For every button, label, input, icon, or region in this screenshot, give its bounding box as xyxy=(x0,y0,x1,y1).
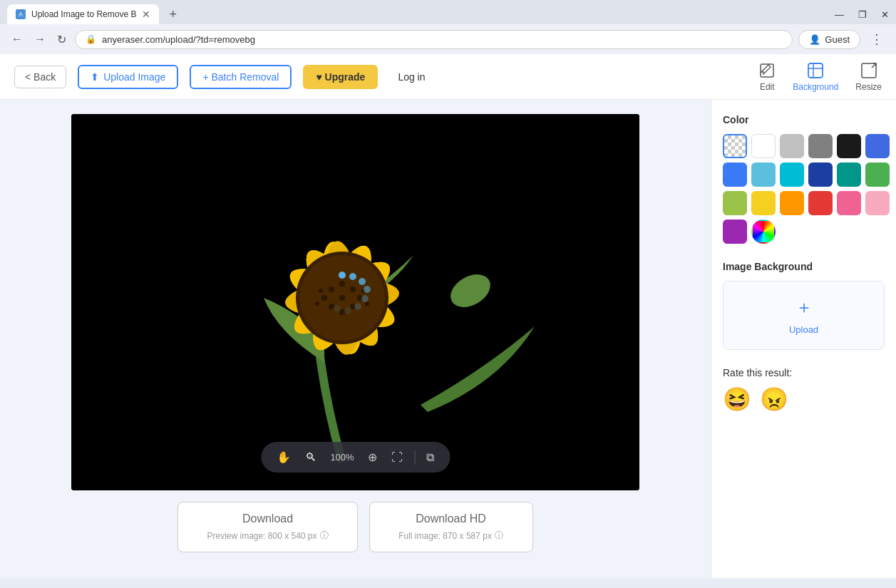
color-swatch-teal[interactable] xyxy=(837,163,861,187)
bg-upload-box[interactable]: ＋ Upload xyxy=(723,281,885,350)
color-swatch-navyblue[interactable] xyxy=(808,163,833,187)
window-controls: — ❐ ✕ xyxy=(835,9,889,20)
upgrade-button[interactable]: ♥ Upgrade xyxy=(303,65,378,89)
svg-point-22 xyxy=(329,287,334,292)
maximize-button[interactable]: ❐ xyxy=(858,9,867,20)
info-icon[interactable]: ⓘ xyxy=(320,530,329,542)
resize-label: Resize xyxy=(855,82,882,92)
image-bg-section: Image Background ＋ Upload xyxy=(723,261,885,350)
color-swatch-lightpink[interactable] xyxy=(865,191,890,215)
tool-group: Edit Background xyxy=(758,62,882,92)
guest-label: Guest xyxy=(825,34,850,45)
browser-tab-favicon: A xyxy=(16,9,26,19)
download-full-size: Full image: 870 x 587 px ⓘ xyxy=(398,530,504,542)
guest-icon: 👤 xyxy=(809,34,820,45)
minimize-button[interactable]: — xyxy=(835,9,844,20)
svg-point-25 xyxy=(321,295,327,301)
forward-navigation-button[interactable]: → xyxy=(31,30,48,48)
rate-section: Rate this result: 😆 😠 xyxy=(723,367,885,413)
right-panel: Color xyxy=(711,100,896,578)
svg-point-30 xyxy=(319,289,323,293)
color-swatch-darkblue[interactable] xyxy=(865,134,890,158)
color-swatch-yellowgreen[interactable] xyxy=(723,191,747,215)
color-swatch-rainbow[interactable] xyxy=(751,220,776,244)
browser-toolbar: ← → ↻ 🔒 anyeraser.com/upload/?td=removeb… xyxy=(0,24,896,54)
svg-point-27 xyxy=(329,304,334,309)
color-swatch-transparent[interactable] xyxy=(723,134,747,158)
color-swatch-lightgray[interactable] xyxy=(780,134,804,158)
color-swatch-black[interactable] xyxy=(837,134,861,158)
zoom-in-button[interactable]: ⊕ xyxy=(365,448,380,467)
color-swatch-cyan[interactable] xyxy=(780,163,804,187)
canvas-area: ✋ 🔍︎ 100% ⊕ ⛶ ⧉ Download Preview image: … xyxy=(0,100,711,578)
color-swatch-red[interactable] xyxy=(808,191,833,215)
browser-titlebar: A Upload Image to Remove B ✕ + — ❐ ✕ xyxy=(0,0,896,24)
svg-point-39 xyxy=(344,307,351,314)
download-hd-label: Download HD xyxy=(398,512,504,525)
zoom-out-button[interactable]: 🔍︎ xyxy=(302,448,319,467)
rate-label: Rate this result: xyxy=(723,367,885,378)
angry-emoji-button[interactable]: 😠 xyxy=(760,386,788,413)
upload-box-label: Upload xyxy=(789,324,818,335)
zoom-level: 100% xyxy=(328,452,356,463)
color-swatch-gray[interactable] xyxy=(808,134,833,158)
tool-resize[interactable]: Resize xyxy=(855,62,882,92)
download-label: Download xyxy=(207,512,328,525)
upload-plus-icon: ＋ xyxy=(795,296,813,319)
tab-close-icon[interactable]: ✕ xyxy=(142,9,150,20)
upload-image-button[interactable]: ⬆ Upload Image xyxy=(78,65,178,89)
svg-point-35 xyxy=(359,278,366,285)
color-swatch-blue[interactable] xyxy=(723,163,747,187)
color-swatch-orange[interactable] xyxy=(780,191,804,215)
main-content: ✋ 🔍︎ 100% ⊕ ⛶ ⧉ Download Preview image: … xyxy=(0,100,896,578)
download-card[interactable]: Download Preview image: 800 x 540 px ⓘ xyxy=(177,502,357,552)
url-text: anyeraser.com/upload/?td=removebg xyxy=(102,34,782,45)
color-swatch-green[interactable] xyxy=(865,163,890,187)
upload-label: Upload Image xyxy=(103,71,165,83)
color-swatch-yellow[interactable] xyxy=(751,191,776,215)
browser-tab[interactable]: A Upload Image to Remove B ✕ xyxy=(7,4,159,24)
color-swatch-purple[interactable] xyxy=(723,220,747,244)
color-grid xyxy=(723,134,885,244)
sunflower-image xyxy=(71,114,639,490)
resize-icon xyxy=(860,62,877,79)
login-button[interactable]: Log in xyxy=(389,66,433,88)
toolbar-divider xyxy=(414,450,415,465)
guest-button[interactable]: 👤 Guest xyxy=(798,30,860,49)
back-button[interactable]: < Back xyxy=(14,66,66,88)
svg-point-34 xyxy=(349,273,356,280)
svg-point-24 xyxy=(339,295,345,301)
split-view-button[interactable]: ⧉ xyxy=(423,448,437,467)
svg-point-20 xyxy=(339,281,345,287)
background-icon xyxy=(807,62,824,79)
svg-point-37 xyxy=(361,295,369,302)
address-bar[interactable]: 🔒 anyeraser.com/upload/?td=removebg xyxy=(75,30,793,49)
svg-point-36 xyxy=(364,286,371,293)
close-button[interactable]: ✕ xyxy=(881,9,889,20)
pan-tool[interactable]: ✋ xyxy=(274,448,294,467)
browser-menu-icon[interactable]: ⋮ xyxy=(866,29,887,50)
browser-tab-title: Upload Image to Remove B xyxy=(31,9,136,19)
color-swatch-lightblue[interactable] xyxy=(751,163,776,187)
color-section-title: Color xyxy=(723,114,885,125)
image-bg-section-title: Image Background xyxy=(723,261,885,272)
color-swatch-white[interactable] xyxy=(751,134,776,158)
download-hd-card[interactable]: Download HD Full image: 870 x 587 px ⓘ xyxy=(369,502,533,552)
tool-background[interactable]: Background xyxy=(793,62,838,92)
info-icon-hd[interactable]: ⓘ xyxy=(495,530,503,542)
back-navigation-button[interactable]: ← xyxy=(9,30,26,48)
new-tab-button[interactable]: + xyxy=(163,7,182,22)
svg-rect-1 xyxy=(808,63,823,78)
emoji-row: 😆 😠 xyxy=(723,386,885,413)
upload-icon: ⬆ xyxy=(91,71,99,83)
color-swatch-pink[interactable] xyxy=(837,191,861,215)
batch-removal-button[interactable]: + Batch Removal xyxy=(190,65,292,89)
tool-edit[interactable]: Edit xyxy=(758,62,776,92)
happy-emoji-button[interactable]: 😆 xyxy=(723,386,751,413)
download-area: Download Preview image: 800 x 540 px ⓘ D… xyxy=(14,490,696,564)
fit-screen-button[interactable]: ⛶ xyxy=(388,448,406,467)
download-preview-size: Preview image: 800 x 540 px ⓘ xyxy=(207,530,328,542)
svg-point-33 xyxy=(339,272,346,279)
reload-button[interactable]: ↻ xyxy=(54,30,69,49)
svg-point-40 xyxy=(334,305,341,312)
